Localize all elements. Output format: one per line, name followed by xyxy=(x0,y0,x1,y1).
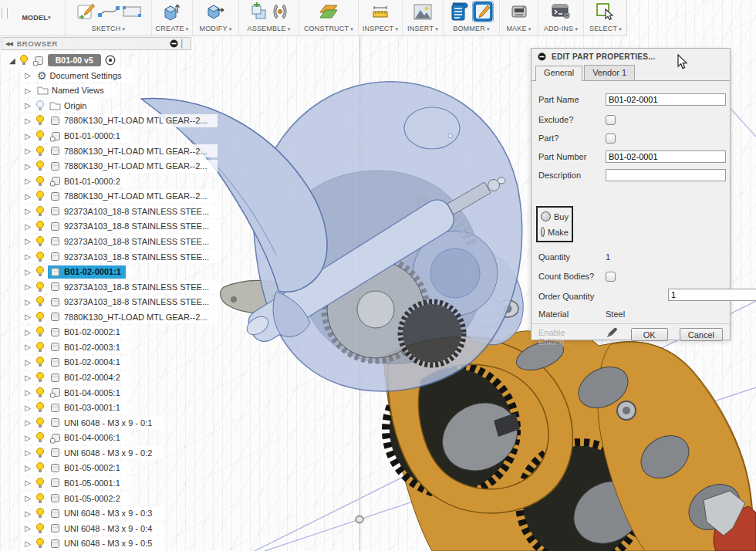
order-quantity-input[interactable] xyxy=(668,289,756,301)
browser-tree-row[interactable]: ▷B01-02-0001:1 xyxy=(0,264,220,279)
expand-arrow-icon[interactable]: ▷ xyxy=(23,404,32,412)
expand-arrow-icon[interactable]: ▷ xyxy=(23,71,32,79)
expand-arrow-icon[interactable]: ▷ xyxy=(23,252,32,261)
expand-arrow-icon[interactable]: ▷ xyxy=(23,207,32,215)
expand-arrow-icon[interactable]: ▷ xyxy=(23,524,32,532)
create-sketch-icon[interactable] xyxy=(76,2,95,21)
browser-tree-row[interactable]: ▷UNI 6048 - M3 x 9 - 0:2 xyxy=(0,445,220,461)
joint-icon[interactable] xyxy=(272,3,289,20)
visibility-bulb-icon[interactable] xyxy=(35,326,45,337)
insert-canvas-icon[interactable] xyxy=(413,4,432,20)
visibility-bulb-icon[interactable] xyxy=(35,402,45,413)
visibility-bulb-icon[interactable] xyxy=(35,387,45,398)
expand-arrow-icon[interactable]: ▷ xyxy=(23,358,32,367)
visibility-bulb-icon[interactable] xyxy=(35,342,45,353)
select-menu[interactable]: SELECT xyxy=(584,25,627,32)
extrude-icon[interactable] xyxy=(164,2,181,22)
edit-part-properties-icon[interactable] xyxy=(473,2,493,22)
browser-tree-row[interactable]: ▷B01-03-0001:1 xyxy=(0,400,220,415)
browser-tree-row[interactable]: ▷7880K130_HT-LOAD MTL GEAR--2... xyxy=(0,189,220,205)
assemble-menu[interactable]: ASSEMBLE xyxy=(239,25,299,32)
visibility-bulb-icon[interactable] xyxy=(35,508,45,519)
root-component-label[interactable]: B01-00 v5 xyxy=(48,54,101,66)
expand-arrow-icon[interactable]: ▷ xyxy=(23,478,32,487)
dialog-titlebar[interactable]: EDIT PART PROPERTIES... xyxy=(532,49,730,64)
expand-arrow-icon[interactable]: ▷ xyxy=(23,117,32,125)
bommer-menu[interactable]: BOMMER xyxy=(444,25,499,32)
browser-tree-row[interactable]: ▷B01-02-0003:1 xyxy=(0,340,220,355)
part-checkbox[interactable] xyxy=(606,134,616,144)
ok-button[interactable]: OK xyxy=(631,328,668,341)
visibility-bulb-icon[interactable] xyxy=(35,252,45,262)
browser-tree-row[interactable]: ▷7880K130_HT-LOAD MTL GEAR--2... xyxy=(0,309,220,325)
tab-general[interactable]: General xyxy=(535,66,582,81)
expand-arrow-icon[interactable]: ▷ xyxy=(23,418,32,427)
insert-menu[interactable]: INSERT xyxy=(403,25,443,32)
browser-tree-row[interactable]: ▷92373A103_18-8 STAINLESS STEE... xyxy=(0,219,220,235)
expand-arrow-icon[interactable]: ▷ xyxy=(23,177,32,185)
expand-arrow-icon[interactable]: ▷ xyxy=(23,222,32,231)
3d-print-icon[interactable] xyxy=(511,4,528,19)
browser-tree-row[interactable]: ▷B01-01-0000:2 xyxy=(0,174,220,189)
addins-menu[interactable]: ADD-INS xyxy=(538,25,583,32)
browser-tree-row[interactable]: ▷B01-02-0004:2 xyxy=(0,370,220,385)
description-input[interactable] xyxy=(606,169,726,181)
make-menu[interactable]: MAKE xyxy=(500,25,538,32)
expand-arrow-icon[interactable]: ▷ xyxy=(23,494,32,502)
new-component-icon[interactable] xyxy=(250,2,268,21)
part-number-input[interactable] xyxy=(606,150,726,163)
browser-tree-row[interactable]: ▷UNI 6048 - M3 x 9 - 0:3 xyxy=(0,505,220,521)
visibility-bulb-icon[interactable] xyxy=(35,176,45,187)
visibility-bulb-icon[interactable] xyxy=(35,161,45,171)
visibility-bulb-off-icon[interactable] xyxy=(35,100,45,111)
visibility-bulb-icon[interactable] xyxy=(35,296,45,307)
visibility-bulb-icon[interactable] xyxy=(35,478,45,488)
expand-arrow-icon[interactable]: ▷ xyxy=(23,464,32,472)
toolbar-group-model[interactable]: MODEL xyxy=(8,0,66,35)
browser-root-row[interactable]: ◢ B01-00 v5 xyxy=(8,52,120,68)
browser-tree-row[interactable]: ▷B01-04-0005:1 xyxy=(0,385,220,401)
browser-tree-row[interactable]: ▷UNI 6048 - M3 x 9 - 0:1 xyxy=(0,415,220,431)
browser-tree-row[interactable]: ▷B01-02-0004:1 xyxy=(0,355,220,370)
visibility-bulb-icon[interactable] xyxy=(35,417,45,428)
expand-arrow-icon[interactable]: ▷ xyxy=(23,388,32,397)
visibility-bulb-icon[interactable] xyxy=(35,538,45,549)
create-menu[interactable]: CREATE xyxy=(152,25,192,32)
toolbar-drag-handle[interactable] xyxy=(2,8,8,19)
expand-arrow-icon[interactable]: ▷ xyxy=(23,86,32,95)
activate-component-icon[interactable] xyxy=(105,55,116,66)
browser-tree-row[interactable]: ▷92373A103_18-8 STAINLESS STEE... xyxy=(0,279,220,295)
expand-arrow-icon[interactable]: ▷ xyxy=(23,132,32,140)
browser-tree-row[interactable]: ▷92373A103_18-8 STAINLESS STEE... xyxy=(0,249,220,265)
expand-arrow-icon[interactable]: ▷ xyxy=(23,282,32,291)
visibility-bulb-icon[interactable] xyxy=(35,146,45,157)
expand-arrow-icon[interactable]: ▷ xyxy=(23,448,32,457)
browser-tree-row[interactable]: ▷92373A103_18-8 STAINLESS STEE... xyxy=(0,294,220,309)
visibility-bulb-icon[interactable] xyxy=(35,206,45,217)
visibility-bulb-icon[interactable] xyxy=(35,191,45,201)
panel-grip-icon[interactable]: ▏ xyxy=(181,39,187,48)
browser-tree-row[interactable]: ▷7880K130_HT-LOAD MTL GEAR--2... xyxy=(0,144,220,159)
count-bodies-checkbox[interactable] xyxy=(606,272,616,282)
expand-arrow-icon[interactable]: ▷ xyxy=(23,313,32,321)
expand-arrow-icon[interactable]: ▷ xyxy=(23,374,32,382)
visibility-bulb-icon[interactable] xyxy=(35,221,45,232)
visibility-bulb-icon[interactable] xyxy=(35,266,45,277)
browser-tree-row[interactable]: ▷B01-05-0001:1 xyxy=(0,475,220,491)
browser-tree-row[interactable]: ▷B01-05-0002:1 xyxy=(0,461,220,476)
expand-arrow-icon[interactable]: ▷ xyxy=(23,328,32,336)
visibility-bulb-icon[interactable] xyxy=(35,432,45,443)
visibility-bulb-icon[interactable] xyxy=(35,372,45,383)
select-tool-icon[interactable] xyxy=(596,3,615,20)
remove-panel-icon[interactable] xyxy=(170,39,178,48)
scripts-addins-icon[interactable] xyxy=(552,4,571,19)
visibility-bulb-icon[interactable] xyxy=(35,115,45,126)
expand-arrow-icon[interactable]: ▷ xyxy=(23,343,32,351)
enable-editing-pencil-icon[interactable] xyxy=(606,326,619,339)
browser-tree-row[interactable]: ▷UNI 6048 - M3 x 9 - 0:4 xyxy=(0,521,220,536)
browser-tree-row[interactable]: ▷B01-01-0000:1 xyxy=(0,128,220,144)
expand-arrow-icon[interactable]: ▷ xyxy=(23,101,32,110)
expand-arrow-icon[interactable]: ▷ xyxy=(23,434,32,442)
visibility-bulb-icon[interactable] xyxy=(35,462,45,473)
visibility-bulb-icon[interactable] xyxy=(35,312,45,323)
